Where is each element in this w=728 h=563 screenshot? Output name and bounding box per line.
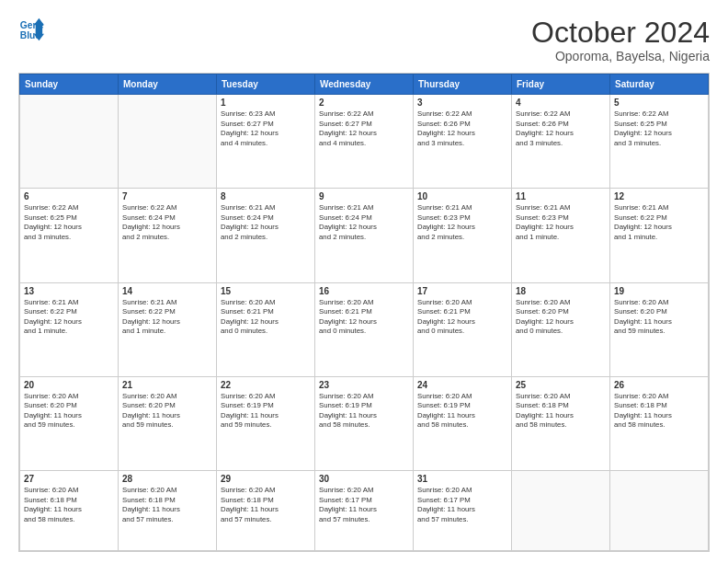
week-row: 27Sunrise: 6:20 AMSunset: 6:18 PMDayligh… xyxy=(20,471,709,551)
calendar-cell: 17Sunrise: 6:20 AMSunset: 6:21 PMDayligh… xyxy=(414,282,512,376)
day-number: 6 xyxy=(24,191,114,201)
calendar-cell: 9Sunrise: 6:21 AMSunset: 6:24 PMDaylight… xyxy=(315,189,414,282)
week-row: 6Sunrise: 6:22 AMSunset: 6:25 PMDaylight… xyxy=(20,189,709,282)
title-block: October 2024 Oporoma, Bayelsa, Nigeria xyxy=(531,17,710,63)
day-number: 7 xyxy=(122,191,212,201)
day-detail: Sunrise: 6:20 AMSunset: 6:17 PMDaylight:… xyxy=(319,486,409,524)
day-number: 11 xyxy=(516,191,606,201)
day-detail: Sunrise: 6:21 AMSunset: 6:24 PMDaylight:… xyxy=(319,203,409,242)
logo: General Blue xyxy=(18,17,44,42)
calendar-cell: 30Sunrise: 6:20 AMSunset: 6:17 PMDayligh… xyxy=(315,471,414,551)
day-detail: Sunrise: 6:20 AMSunset: 6:21 PMDaylight:… xyxy=(319,298,409,337)
day-number: 13 xyxy=(24,286,114,296)
day-number: 17 xyxy=(417,286,507,296)
calendar-cell: 28Sunrise: 6:20 AMSunset: 6:18 PMDayligh… xyxy=(119,471,217,551)
day-number: 9 xyxy=(319,191,409,201)
day-number: 8 xyxy=(221,191,311,201)
day-detail: Sunrise: 6:21 AMSunset: 6:23 PMDaylight:… xyxy=(417,203,507,242)
day-number: 3 xyxy=(417,98,507,108)
day-detail: Sunrise: 6:20 AMSunset: 6:18 PMDaylight:… xyxy=(122,486,212,524)
day-detail: Sunrise: 6:20 AMSunset: 6:18 PMDaylight:… xyxy=(24,486,114,524)
day-number: 2 xyxy=(319,98,409,108)
calendar-cell: 1Sunrise: 6:23 AMSunset: 6:27 PMDaylight… xyxy=(217,95,315,189)
calendar-cell: 23Sunrise: 6:20 AMSunset: 6:19 PMDayligh… xyxy=(315,376,414,470)
calendar-cell: 10Sunrise: 6:21 AMSunset: 6:23 PMDayligh… xyxy=(414,189,512,282)
day-number: 29 xyxy=(221,474,311,484)
week-row: 1Sunrise: 6:23 AMSunset: 6:27 PMDaylight… xyxy=(20,95,709,189)
calendar-cell: 25Sunrise: 6:20 AMSunset: 6:18 PMDayligh… xyxy=(512,376,610,470)
page-header: General Blue October 2024 Oporoma, Bayel… xyxy=(18,17,710,63)
day-detail: Sunrise: 6:20 AMSunset: 6:19 PMDaylight:… xyxy=(221,392,311,431)
calendar-cell: 4Sunrise: 6:22 AMSunset: 6:26 PMDaylight… xyxy=(512,95,610,189)
calendar-cell xyxy=(119,95,217,189)
day-detail: Sunrise: 6:22 AMSunset: 6:26 PMDaylight:… xyxy=(516,109,606,148)
day-detail: Sunrise: 6:20 AMSunset: 6:20 PMDaylight:… xyxy=(122,392,212,431)
calendar-cell: 18Sunrise: 6:20 AMSunset: 6:20 PMDayligh… xyxy=(512,282,610,376)
day-number: 16 xyxy=(319,286,409,296)
day-number: 12 xyxy=(614,191,704,201)
day-detail: Sunrise: 6:20 AMSunset: 6:18 PMDaylight:… xyxy=(516,392,606,431)
day-detail: Sunrise: 6:21 AMSunset: 6:22 PMDaylight:… xyxy=(24,298,114,337)
calendar-cell: 6Sunrise: 6:22 AMSunset: 6:25 PMDaylight… xyxy=(20,189,119,282)
day-number: 31 xyxy=(417,474,507,484)
calendar-cell: 31Sunrise: 6:20 AMSunset: 6:17 PMDayligh… xyxy=(414,471,512,551)
calendar-cell: 3Sunrise: 6:22 AMSunset: 6:26 PMDaylight… xyxy=(414,95,512,189)
day-detail: Sunrise: 6:22 AMSunset: 6:27 PMDaylight:… xyxy=(319,109,409,148)
day-detail: Sunrise: 6:20 AMSunset: 6:19 PMDaylight:… xyxy=(319,392,409,431)
day-detail: Sunrise: 6:20 AMSunset: 6:21 PMDaylight:… xyxy=(417,298,507,337)
calendar-weekday-header: Wednesday xyxy=(315,75,414,95)
day-detail: Sunrise: 6:20 AMSunset: 6:18 PMDaylight:… xyxy=(221,486,311,524)
calendar-cell: 13Sunrise: 6:21 AMSunset: 6:22 PMDayligh… xyxy=(20,282,119,376)
day-number: 23 xyxy=(319,380,409,390)
day-detail: Sunrise: 6:20 AMSunset: 6:20 PMDaylight:… xyxy=(516,298,606,337)
calendar-cell: 21Sunrise: 6:20 AMSunset: 6:20 PMDayligh… xyxy=(119,376,217,470)
calendar-cell: 14Sunrise: 6:21 AMSunset: 6:22 PMDayligh… xyxy=(119,282,217,376)
day-number: 25 xyxy=(516,380,606,390)
day-number: 19 xyxy=(614,286,704,296)
calendar-cell xyxy=(610,471,709,551)
day-detail: Sunrise: 6:22 AMSunset: 6:25 PMDaylight:… xyxy=(614,109,704,148)
day-detail: Sunrise: 6:20 AMSunset: 6:20 PMDaylight:… xyxy=(24,392,114,431)
calendar-cell: 22Sunrise: 6:20 AMSunset: 6:19 PMDayligh… xyxy=(217,376,315,470)
day-number: 14 xyxy=(122,286,212,296)
calendar-weekday-header: Monday xyxy=(119,75,217,95)
calendar-cell: 27Sunrise: 6:20 AMSunset: 6:18 PMDayligh… xyxy=(20,471,119,551)
calendar-cell: 26Sunrise: 6:20 AMSunset: 6:18 PMDayligh… xyxy=(610,376,709,470)
day-number: 4 xyxy=(516,98,606,108)
calendar-cell: 15Sunrise: 6:20 AMSunset: 6:21 PMDayligh… xyxy=(217,282,315,376)
day-detail: Sunrise: 6:22 AMSunset: 6:26 PMDaylight:… xyxy=(417,109,507,148)
day-number: 21 xyxy=(122,380,212,390)
day-number: 1 xyxy=(221,98,311,108)
week-row: 20Sunrise: 6:20 AMSunset: 6:20 PMDayligh… xyxy=(20,376,709,470)
calendar-cell: 2Sunrise: 6:22 AMSunset: 6:27 PMDaylight… xyxy=(315,95,414,189)
day-detail: Sunrise: 6:21 AMSunset: 6:22 PMDaylight:… xyxy=(614,203,704,242)
calendar-weekday-header: Saturday xyxy=(610,75,709,95)
day-detail: Sunrise: 6:22 AMSunset: 6:24 PMDaylight:… xyxy=(122,203,212,242)
day-detail: Sunrise: 6:20 AMSunset: 6:18 PMDaylight:… xyxy=(614,392,704,431)
day-detail: Sunrise: 6:20 AMSunset: 6:21 PMDaylight:… xyxy=(221,298,311,337)
day-detail: Sunrise: 6:23 AMSunset: 6:27 PMDaylight:… xyxy=(221,109,311,148)
calendar: SundayMondayTuesdayWednesdayThursdayFrid… xyxy=(18,73,710,552)
logo-icon: General Blue xyxy=(18,17,44,42)
page-subtitle: Oporoma, Bayelsa, Nigeria xyxy=(531,49,710,63)
calendar-cell: 12Sunrise: 6:21 AMSunset: 6:22 PMDayligh… xyxy=(610,189,709,282)
day-number: 5 xyxy=(614,98,704,108)
calendar-cell: 5Sunrise: 6:22 AMSunset: 6:25 PMDaylight… xyxy=(610,95,709,189)
day-number: 22 xyxy=(221,380,311,390)
calendar-weekday-header: Thursday xyxy=(414,75,512,95)
day-number: 30 xyxy=(319,474,409,484)
day-number: 18 xyxy=(516,286,606,296)
calendar-cell: 7Sunrise: 6:22 AMSunset: 6:24 PMDaylight… xyxy=(119,189,217,282)
week-row: 13Sunrise: 6:21 AMSunset: 6:22 PMDayligh… xyxy=(20,282,709,376)
page-title: October 2024 xyxy=(531,17,710,49)
calendar-weekday-header: Tuesday xyxy=(217,75,315,95)
calendar-cell: 20Sunrise: 6:20 AMSunset: 6:20 PMDayligh… xyxy=(20,376,119,470)
day-detail: Sunrise: 6:21 AMSunset: 6:22 PMDaylight:… xyxy=(122,298,212,337)
day-number: 28 xyxy=(122,474,212,484)
day-number: 15 xyxy=(221,286,311,296)
day-detail: Sunrise: 6:20 AMSunset: 6:20 PMDaylight:… xyxy=(614,298,704,337)
calendar-cell: 19Sunrise: 6:20 AMSunset: 6:20 PMDayligh… xyxy=(610,282,709,376)
day-number: 24 xyxy=(417,380,507,390)
day-number: 27 xyxy=(24,474,114,484)
calendar-weekday-header: Friday xyxy=(512,75,610,95)
